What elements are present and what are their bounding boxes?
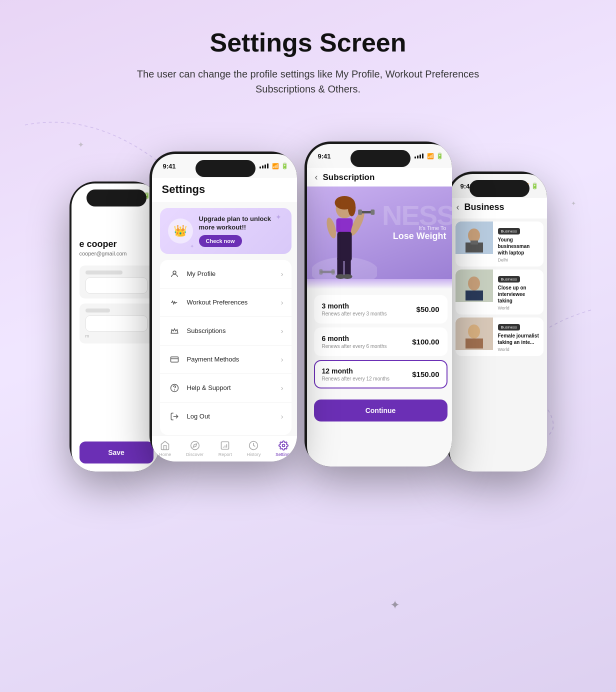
plan-info-6month: 6 month Renews after every 6 months xyxy=(322,334,387,349)
chevron-workout: › xyxy=(281,298,284,306)
news-card-0[interactable]: Business Young businessman with laptop D… xyxy=(456,222,544,266)
news-img-0 xyxy=(456,222,493,254)
news-img-2 xyxy=(456,318,493,350)
nav-home-label: Home xyxy=(159,452,171,457)
check-now-button[interactable]: Check now xyxy=(199,235,242,247)
svg-rect-35 xyxy=(470,240,478,244)
menu-item-help[interactable]: Help & Support › xyxy=(160,374,292,402)
news-badge-1: Business xyxy=(498,276,520,282)
phone-settings: 9:41 📶 🔋 Settings 👑 Upgrade plan to unlo… xyxy=(150,152,297,462)
status-icons-sub: 📶 🔋 xyxy=(414,152,444,160)
news-location-2: World xyxy=(498,347,540,352)
menu-item-workout[interactable]: Workout Preferences › xyxy=(160,288,292,317)
nav-discover-label: Discover xyxy=(186,452,204,457)
page-header: Settings Screen The user can change the … xyxy=(0,0,616,116)
sub-nav-bar: ‹ Subscription xyxy=(307,168,452,186)
nav-report-label: Report xyxy=(218,452,232,457)
nav-discover[interactable]: Discover xyxy=(186,440,204,457)
phones-container: 📶 🔋 e cooper cooper@gmail.com m Save xyxy=(0,116,616,502)
status-icons-settings: 📶 🔋 xyxy=(260,162,288,170)
svg-point-13 xyxy=(282,444,285,447)
help-icon xyxy=(168,382,181,394)
dynamic-island-left xyxy=(86,190,146,206)
svg-point-40 xyxy=(468,324,480,338)
plan-6month[interactable]: 6 month Renews after every 6 months $100… xyxy=(314,328,448,356)
menu-label-sub: Subscriptions xyxy=(187,327,275,334)
payment-icon xyxy=(168,353,181,366)
news-card-1[interactable]: Business Close up on interviewee taking … xyxy=(456,270,544,314)
upgrade-text: Upgrade plan to unlock more workout!! Ch… xyxy=(199,215,284,247)
svg-point-19 xyxy=(324,216,338,239)
bottom-nav: Home Discover Report xyxy=(152,435,297,462)
nav-settings-label: Settings xyxy=(276,452,292,457)
phone-subscription: 9:41 📶 🔋 ‹ Subscription NESS xyxy=(304,142,452,466)
news-header: ‹ Business xyxy=(450,198,547,218)
menu-label-logout: Log Out xyxy=(187,412,275,420)
dynamic-island-news xyxy=(470,180,530,197)
dynamic-island-settings xyxy=(196,160,256,177)
plan-price-3month: $50.00 xyxy=(416,305,440,314)
nav-settings[interactable]: Settings xyxy=(276,440,292,457)
news-title: Business xyxy=(464,202,504,212)
settings-icon xyxy=(278,440,288,450)
menu-item-profile[interactable]: My Profile › xyxy=(160,260,292,288)
svg-rect-41 xyxy=(466,338,483,348)
svg-rect-24 xyxy=(337,232,352,261)
crown-icon: 👑 xyxy=(168,218,193,244)
report-icon xyxy=(220,440,230,450)
nav-report[interactable]: Report xyxy=(218,440,232,457)
plan-info-3month: 3 month Renews after every 3 months xyxy=(322,302,387,316)
profile-field-2: m xyxy=(80,304,154,344)
news-headline-0: Young businessman with laptop xyxy=(498,236,540,256)
dynamic-island-sub xyxy=(350,150,410,167)
profile-email: cooper@gmail.com xyxy=(72,250,160,256)
menu-label-help: Help & Support xyxy=(187,384,275,392)
news-headline-2: Female journalist taking an inte... xyxy=(498,332,540,346)
news-back[interactable]: ‹ xyxy=(456,202,460,212)
news-card-2[interactable]: Business Female journalist taking an int… xyxy=(456,318,544,356)
svg-rect-26 xyxy=(344,257,351,276)
news-headline-1: Close up on interviewee taking xyxy=(498,284,540,304)
nav-history-label: History xyxy=(246,452,260,457)
svg-point-17 xyxy=(348,199,356,216)
chevron-sub: › xyxy=(281,327,284,335)
news-info-1: Business Close up on interviewee taking … xyxy=(498,270,544,314)
svg-rect-38 xyxy=(466,290,483,300)
chevron-logout: › xyxy=(281,412,284,420)
page-subtitle: The user can change the profile settings… xyxy=(133,66,483,96)
upgrade-banner[interactable]: 👑 Upgrade plan to unlock more workout!! … xyxy=(160,208,292,254)
continue-button[interactable]: Continue xyxy=(314,400,448,422)
plan-info-12month: 12 month Renews after every 12 months xyxy=(322,367,390,382)
back-button[interactable]: ‹ xyxy=(315,172,318,182)
settings-screen: 9:41 📶 🔋 Settings 👑 Upgrade plan to unlo… xyxy=(152,154,297,462)
plan-renew-3month: Renews after every 3 months xyxy=(322,311,387,316)
subscription-screen: 9:41 📶 🔋 ‹ Subscription NESS xyxy=(307,144,452,466)
chevron-payment: › xyxy=(281,356,284,364)
menu-item-logout[interactable]: Log Out › xyxy=(160,402,292,430)
save-button[interactable]: Save xyxy=(80,442,154,464)
time-sub: 9:41 xyxy=(318,152,331,160)
plan-12month[interactable]: 12 month Renews after every 12 months $1… xyxy=(314,360,448,388)
plan-3month[interactable]: 3 month Renews after every 3 months $50.… xyxy=(314,295,448,324)
menu-item-payment[interactable]: Payment Methods › xyxy=(160,346,292,374)
menu-item-subscriptions[interactable]: Subscriptions › xyxy=(160,317,292,346)
svg-point-37 xyxy=(468,276,480,290)
hero-main-text: Lose Weight xyxy=(393,230,446,241)
svg-rect-31 xyxy=(331,270,334,275)
sub-hero: NESS xyxy=(307,186,452,279)
hero-tagline: It's Time To xyxy=(393,224,446,230)
plan-renew-12month: Renews after every 12 months xyxy=(322,376,390,382)
news-info-0: Business Young businessman with laptop D… xyxy=(498,222,544,266)
plan-price-6month: $100.00 xyxy=(412,338,439,346)
news-img-1 xyxy=(456,270,493,302)
svg-point-0 xyxy=(173,271,176,274)
nav-home[interactable]: Home xyxy=(159,440,171,457)
home-icon xyxy=(160,440,170,450)
phone-profile: 📶 🔋 e cooper cooper@gmail.com m Save xyxy=(70,182,160,472)
news-badge-0: Business xyxy=(498,228,520,234)
nav-history[interactable]: History xyxy=(246,440,260,457)
news-location-0: Delhi xyxy=(498,258,540,262)
menu-label-payment: Payment Methods xyxy=(187,356,275,363)
page-title: Settings Screen xyxy=(40,28,576,58)
news-screen: 9:41 📶 🔋 ‹ Business xyxy=(450,174,547,472)
